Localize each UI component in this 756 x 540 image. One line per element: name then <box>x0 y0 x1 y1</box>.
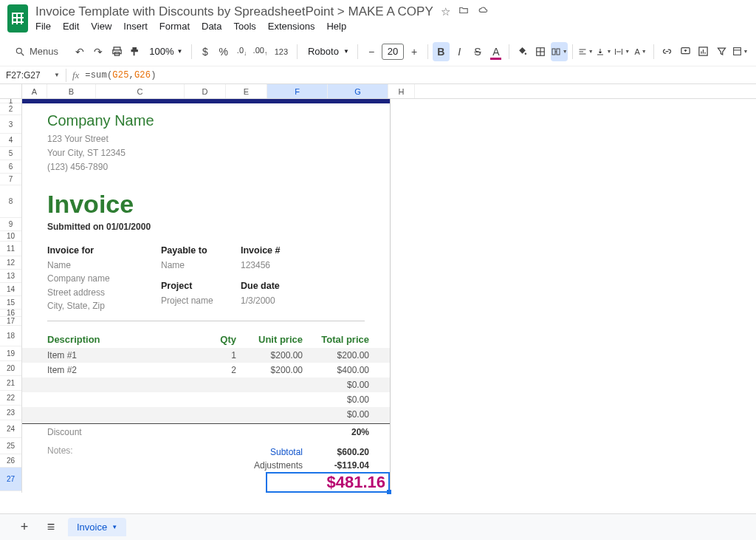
line-item-row[interactable]: Item #11$200.00$200.00 <box>22 348 390 363</box>
row-header-16[interactable]: 16 <box>0 310 21 317</box>
row-header-9[interactable]: 9 <box>0 218 21 231</box>
invoice-for-company[interactable]: Company name <box>47 272 161 286</box>
strikethrough-button[interactable]: S <box>470 42 487 61</box>
zoom-dropdown[interactable]: 100%▼ <box>145 46 187 57</box>
text-wrap-button[interactable] <box>614 42 630 61</box>
discount-label[interactable]: Discount <box>22 427 303 437</box>
item-total[interactable]: $0.00 <box>303 380 369 390</box>
row-header-22[interactable]: 22 <box>0 391 21 406</box>
item-total[interactable]: $400.00 <box>303 365 369 375</box>
star-icon[interactable]: ☆ <box>441 5 450 18</box>
item-qty[interactable]: 2 <box>201 365 236 375</box>
invoice-for-name[interactable]: Name <box>47 259 161 273</box>
formula-input[interactable]: =sum(G25,G26) <box>85 70 156 81</box>
row-header-8[interactable]: 8 <box>0 185 21 218</box>
menu-data[interactable]: Data <box>202 21 221 32</box>
row-header-13[interactable]: 13 <box>0 270 21 283</box>
due-date[interactable]: 1/3/2000 <box>241 294 329 308</box>
insert-link-button[interactable] <box>659 42 676 61</box>
row-header-15[interactable]: 15 <box>0 296 21 310</box>
row-header-10[interactable]: 10 <box>0 231 21 242</box>
row-header-7[interactable]: 7 <box>0 174 21 185</box>
row-header-23[interactable]: 23 <box>0 406 21 420</box>
menu-help[interactable]: Help <box>326 21 346 32</box>
item-total[interactable]: $200.00 <box>303 350 369 360</box>
row-header-24[interactable]: 24 <box>0 420 21 438</box>
more-formats-button[interactable]: 123 <box>270 42 292 61</box>
horizontal-align-button[interactable] <box>577 42 594 61</box>
invoice-number-title[interactable]: Invoice # <box>241 245 329 256</box>
line-item-row[interactable]: $0.00 <box>22 377 390 392</box>
select-all-corner[interactable] <box>0 84 22 98</box>
invoice-total[interactable]: $481.16 <box>326 473 385 492</box>
col-header-a[interactable]: A <box>22 84 47 98</box>
increase-font-button[interactable]: + <box>405 42 423 61</box>
row-headers[interactable]: 1234567891011121314151617181920212223242… <box>0 99 22 493</box>
item-unit[interactable]: $200.00 <box>236 365 303 375</box>
line-item-row[interactable]: $0.00 <box>22 407 390 422</box>
col-header-h[interactable]: H <box>388 84 415 98</box>
search-menus[interactable]: Menus <box>7 43 66 60</box>
move-icon[interactable] <box>458 5 470 18</box>
menu-view[interactable]: View <box>91 21 111 32</box>
name-box-dropdown[interactable]: ▼ <box>48 72 66 78</box>
col-header-d[interactable]: D <box>185 84 226 98</box>
percent-button[interactable]: % <box>215 42 232 61</box>
all-sheets-button[interactable]: ≡ <box>41 518 61 537</box>
add-sheet-button[interactable]: + <box>15 518 34 537</box>
text-color-button[interactable]: A <box>487 42 504 61</box>
name-box[interactable]: F27:G27 <box>0 70 48 81</box>
subtotal-label[interactable]: Subtotal <box>214 447 303 457</box>
submitted-date[interactable]: Submitted on 01/01/2000 <box>47 222 390 232</box>
menu-insert[interactable]: Insert <box>123 21 148 32</box>
col-header-g[interactable]: G <box>328 84 388 98</box>
row-header-18[interactable]: 18 <box>0 326 21 346</box>
row-header-5[interactable]: 5 <box>0 147 21 160</box>
filter-button[interactable] <box>713 42 730 61</box>
adjustments-label[interactable]: Adjustments <box>214 460 303 471</box>
row-header-12[interactable]: 12 <box>0 256 21 270</box>
row-header-14[interactable]: 14 <box>0 283 21 296</box>
row-header-25[interactable]: 25 <box>0 438 21 454</box>
line-item-row[interactable]: Item #22$200.00$400.00 <box>22 363 390 377</box>
selected-cell[interactable]: $481.16 <box>266 472 390 493</box>
sheet-tab-dropdown-icon[interactable]: ▼ <box>111 524 117 530</box>
text-rotation-button[interactable]: A <box>632 42 649 61</box>
item-total[interactable]: $0.00 <box>303 409 369 420</box>
fill-color-button[interactable] <box>514 42 531 61</box>
col-header-f[interactable]: F <box>267 84 328 98</box>
company-name[interactable]: Company Name <box>47 112 390 129</box>
menu-tools[interactable]: Tools <box>233 21 255 32</box>
discount-value[interactable]: 20% <box>303 427 369 437</box>
col-total-price[interactable]: Total price <box>303 334 369 345</box>
document-title[interactable]: Invoice Template with Discounts by Sprea… <box>35 4 433 19</box>
sheet-tab-invoice[interactable]: Invoice ▼ <box>68 518 126 536</box>
adjustments-value[interactable]: -$119.04 <box>303 460 369 471</box>
col-unit-price[interactable]: Unit price <box>236 334 303 345</box>
increase-decimal-button[interactable]: .00↑ <box>252 42 269 61</box>
item-desc[interactable]: Item #2 <box>22 365 201 375</box>
row-header-17[interactable]: 17 <box>0 317 21 326</box>
project-name[interactable]: Project name <box>161 294 241 308</box>
payable-to-title[interactable]: Payable to <box>161 245 241 256</box>
col-header-e[interactable]: E <box>226 84 267 98</box>
borders-button[interactable] <box>532 42 549 61</box>
row-header-2[interactable]: 2 <box>0 103 21 115</box>
bold-button[interactable]: B <box>433 42 450 61</box>
col-qty[interactable]: Qty <box>201 334 236 345</box>
invoice-for-street[interactable]: Street address <box>47 286 161 300</box>
company-street[interactable]: 123 Your Street <box>47 132 390 146</box>
item-qty[interactable]: 1 <box>201 350 236 360</box>
line-item-row[interactable]: $0.00 <box>22 392 390 407</box>
italic-button[interactable]: I <box>451 42 468 61</box>
col-header-c[interactable]: C <box>96 84 185 98</box>
invoice-for-city[interactable]: City, State, Zip <box>47 299 161 313</box>
notes-label[interactable]: Notes: <box>22 445 214 493</box>
font-family-dropdown[interactable]: Roboto▼ <box>302 46 353 57</box>
project-title[interactable]: Project <box>161 281 241 291</box>
payable-to-name[interactable]: Name <box>161 259 241 273</box>
item-total[interactable]: $0.00 <box>303 394 369 405</box>
row-header-20[interactable]: 20 <box>0 361 21 376</box>
row-header-3[interactable]: 3 <box>0 115 21 134</box>
redo-button[interactable]: ↷ <box>90 42 107 61</box>
